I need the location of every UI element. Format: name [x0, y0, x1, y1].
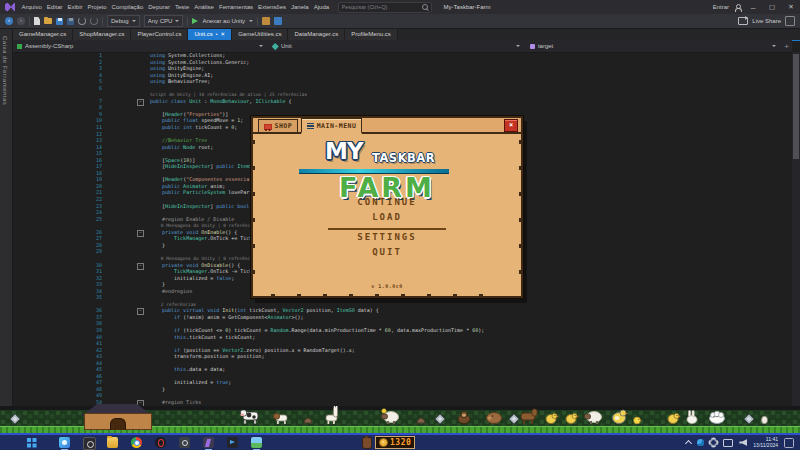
- editor-tab-gamemanager.cs[interactable]: GameManager.cs: [13, 28, 73, 40]
- tray-app-icon[interactable]: [697, 439, 704, 446]
- editor-tab-datamanager.cs[interactable]: DataManager.cs: [288, 28, 345, 40]
- menu-editar[interactable]: Editar: [44, 4, 65, 10]
- menu-exibir[interactable]: Exibir: [65, 4, 85, 10]
- save-all-icon[interactable]: [67, 18, 74, 25]
- live-share-button[interactable]: Live Share: [752, 18, 781, 24]
- play-icon[interactable]: [192, 18, 198, 24]
- menu-arquivo[interactable]: Arquivo: [19, 4, 44, 10]
- fluffy-sprite[interactable]: [709, 410, 725, 428]
- taskbar-icon-taskview[interactable]: [83, 436, 94, 449]
- cow-sprite[interactable]: [240, 408, 262, 428]
- egg-sprite[interactable]: [761, 410, 768, 428]
- editor-tab-unit.cs[interactable]: Unit.cs•✕: [188, 28, 232, 40]
- close-tab-icon[interactable]: ✕: [221, 31, 226, 37]
- close-button[interactable]: ✕: [784, 3, 798, 11]
- chevron-down-icon[interactable]: [249, 20, 253, 22]
- toolbar-separator: [187, 17, 188, 26]
- farm-house[interactable]: [76, 404, 158, 430]
- game-menu-load[interactable]: LOAD: [253, 212, 521, 227]
- editor-tab-shopmanager.cs[interactable]: ShopManager.cs: [73, 28, 131, 40]
- menu-depurar[interactable]: Depurar: [146, 4, 173, 10]
- taskbar-icon-vs[interactable]: [203, 436, 214, 449]
- redo-icon[interactable]: [90, 17, 98, 25]
- editor-tab-playercontrol.cs[interactable]: PlayerControl.cs: [131, 28, 188, 40]
- scrollbar-thumb[interactable]: [793, 54, 799, 159]
- chicken-sprite[interactable]: [667, 410, 681, 428]
- tray-volume-icon[interactable]: [739, 439, 747, 446]
- editor-tab-gameutilities.cs[interactable]: GameUtilities.cs: [232, 28, 288, 40]
- search-input[interactable]: Pesquisar (Ctrl+Q): [338, 2, 432, 13]
- rabbit-sprite[interactable]: [686, 410, 698, 428]
- feedback-icon[interactable]: [785, 16, 795, 26]
- solution-explorer-icon[interactable]: [262, 17, 270, 25]
- dog-sprite[interactable]: [273, 410, 289, 428]
- attach-to-unity-button[interactable]: Anexar ao Unity: [202, 18, 245, 24]
- taskbar-icon-chrome[interactable]: [131, 436, 142, 449]
- split-editor-icon[interactable]: +: [781, 42, 792, 51]
- taskbar-clock[interactable]: 11:41 13/11/2024: [753, 437, 778, 448]
- coin-widget[interactable]: 1320: [362, 436, 415, 449]
- menu-compilação[interactable]: Compilação: [109, 4, 146, 10]
- menu-ajuda[interactable]: Ajuda: [311, 4, 331, 10]
- rock-sprite[interactable]: [416, 410, 426, 428]
- taskbar-icon-photos[interactable]: [59, 436, 70, 449]
- menu-extensões[interactable]: Extensões: [255, 4, 288, 10]
- taskbar-icon-gallery[interactable]: [251, 436, 262, 449]
- menu-análise[interactable]: Análise: [192, 4, 217, 10]
- editor-scrollbar[interactable]: [792, 52, 800, 406]
- menu-janela[interactable]: Janela: [289, 4, 312, 10]
- sheepegg-sprite[interactable]: [381, 408, 399, 428]
- monkey-sprite[interactable]: [457, 410, 471, 428]
- undo-icon[interactable]: [78, 17, 86, 25]
- brownhorse-sprite[interactable]: [519, 408, 539, 428]
- navigate-forward-icon[interactable]: ›: [17, 17, 25, 25]
- tray-gear-icon[interactable]: [710, 439, 717, 446]
- class-dropdown[interactable]: Unit: [268, 43, 524, 49]
- taskbar-icon-settings[interactable]: [179, 436, 190, 449]
- llama-sprite[interactable]: [324, 406, 338, 428]
- game-menu-settings[interactable]: SETTINGS: [253, 232, 521, 247]
- game-menu-quit[interactable]: QUIT: [253, 247, 521, 262]
- taskbar-icon-darkapp[interactable]: [227, 436, 238, 449]
- chicken-sprite[interactable]: [565, 410, 579, 428]
- gem-sprite[interactable]: [744, 410, 754, 428]
- pig-sprite[interactable]: [486, 410, 502, 428]
- gem-sprite[interactable]: [10, 410, 20, 428]
- tray-display-icon[interactable]: [723, 439, 733, 447]
- menu-projeto[interactable]: Projeto: [85, 4, 109, 10]
- save-icon[interactable]: [56, 18, 63, 25]
- rock-sprite[interactable]: [303, 410, 313, 428]
- game-close-button[interactable]: ×: [504, 119, 518, 132]
- configuration-dropdown[interactable]: Debug: [107, 15, 140, 27]
- tray-chevron-up-icon[interactable]: [685, 440, 692, 447]
- game-tab-shop[interactable]: SHOP: [258, 119, 298, 132]
- maximize-button[interactable]: ▢: [765, 3, 779, 11]
- game-menu-continue[interactable]: CONTINUE: [253, 197, 521, 212]
- tray-keyboard-icon[interactable]: [784, 438, 794, 448]
- taskbar-icon-explorer[interactable]: [107, 436, 118, 449]
- properties-icon[interactable]: [274, 17, 282, 25]
- project-dropdown[interactable]: Assembly-CSharp: [12, 43, 268, 49]
- navigate-back-icon[interactable]: ‹: [5, 17, 13, 25]
- sign-in-button[interactable]: Entrar: [713, 4, 729, 10]
- share-icon[interactable]: [738, 17, 748, 25]
- menu-ferramentas[interactable]: Ferramentas: [216, 4, 255, 10]
- member-dropdown[interactable]: target: [525, 43, 781, 49]
- sheep-sprite[interactable]: [584, 410, 602, 428]
- taskbar-icon-start[interactable]: [26, 436, 37, 449]
- chicken-sprite[interactable]: [545, 410, 559, 428]
- gem-sprite[interactable]: [509, 410, 519, 428]
- menu-teste[interactable]: Teste: [172, 4, 191, 10]
- account-icon[interactable]: [734, 4, 741, 11]
- game-tab-main-menu[interactable]: MAIN-MENU: [301, 118, 362, 134]
- editor-tab-profilemenu.cs[interactable]: ProfileMenu.cs: [345, 28, 398, 40]
- platform-dropdown[interactable]: Any CPU: [144, 15, 184, 27]
- taskbar-icon-opera[interactable]: [155, 436, 166, 449]
- gem-sprite[interactable]: [435, 410, 445, 428]
- toolbox-side-tab[interactable]: Caixa de Ferramentas: [0, 28, 13, 407]
- minimize-button[interactable]: ─: [746, 4, 760, 11]
- open-folder-icon[interactable]: [44, 18, 52, 24]
- duck-sprite[interactable]: [611, 409, 628, 428]
- chick-sprite[interactable]: [633, 410, 642, 428]
- new-file-icon[interactable]: [34, 17, 40, 25]
